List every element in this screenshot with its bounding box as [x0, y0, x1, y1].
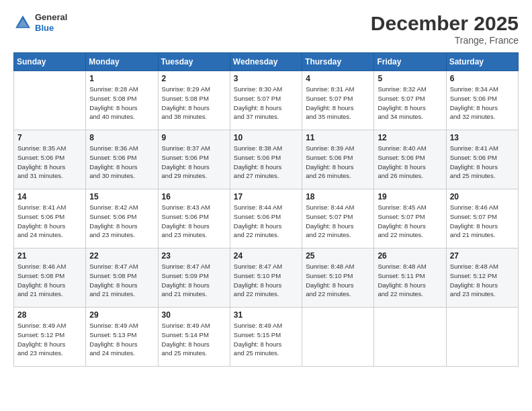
- day-cell: 27Sunrise: 8:48 AM Sunset: 5:12 PM Dayli…: [446, 248, 518, 308]
- day-cell: 14Sunrise: 8:41 AM Sunset: 5:06 PM Dayli…: [14, 189, 86, 248]
- day-number: 25: [306, 251, 370, 261]
- day-cell: 4Sunrise: 8:31 AM Sunset: 5:07 PM Daylig…: [302, 71, 374, 130]
- day-number: 14: [17, 192, 82, 201]
- day-info: Sunrise: 8:31 AM Sunset: 5:07 PM Dayligh…: [306, 85, 370, 122]
- day-number: 24: [234, 251, 298, 261]
- day-info: Sunrise: 8:49 AM Sunset: 5:12 PM Dayligh…: [17, 321, 82, 358]
- day-number: 17: [234, 192, 298, 201]
- week-row-5: 28Sunrise: 8:49 AM Sunset: 5:12 PM Dayli…: [14, 308, 519, 367]
- col-header-thursday: Thursday: [302, 53, 374, 71]
- day-cell: [302, 308, 374, 367]
- day-info: Sunrise: 8:42 AM Sunset: 5:06 PM Dayligh…: [89, 203, 154, 240]
- day-info: Sunrise: 8:43 AM Sunset: 5:06 PM Dayligh…: [162, 203, 226, 240]
- subtitle: Trange, France: [371, 35, 519, 46]
- day-info: Sunrise: 8:40 AM Sunset: 5:06 PM Dayligh…: [378, 144, 442, 181]
- day-info: Sunrise: 8:41 AM Sunset: 5:06 PM Dayligh…: [450, 144, 515, 181]
- day-info: Sunrise: 8:30 AM Sunset: 5:07 PM Dayligh…: [234, 85, 298, 122]
- day-cell: 5Sunrise: 8:32 AM Sunset: 5:07 PM Daylig…: [374, 71, 446, 130]
- title-block: December 2025 Trange, France: [371, 12, 519, 46]
- col-header-saturday: Saturday: [446, 53, 518, 71]
- day-info: Sunrise: 8:48 AM Sunset: 5:10 PM Dayligh…: [306, 262, 370, 299]
- day-cell: 3Sunrise: 8:30 AM Sunset: 5:07 PM Daylig…: [230, 71, 302, 130]
- logo-icon: [13, 13, 32, 32]
- day-number: 6: [450, 74, 515, 83]
- day-cell: 26Sunrise: 8:48 AM Sunset: 5:11 PM Dayli…: [374, 248, 446, 308]
- day-number: 12: [378, 133, 442, 142]
- day-info: Sunrise: 8:44 AM Sunset: 5:06 PM Dayligh…: [234, 203, 298, 240]
- day-info: Sunrise: 8:29 AM Sunset: 5:08 PM Dayligh…: [162, 85, 226, 122]
- col-header-monday: Monday: [86, 53, 158, 71]
- day-info: Sunrise: 8:48 AM Sunset: 5:11 PM Dayligh…: [378, 262, 442, 299]
- day-number: 10: [234, 133, 298, 142]
- day-cell: 1Sunrise: 8:28 AM Sunset: 5:08 PM Daylig…: [86, 71, 158, 130]
- logo: General Blue: [13, 12, 67, 33]
- day-number: 18: [306, 192, 370, 201]
- day-info: Sunrise: 8:46 AM Sunset: 5:07 PM Dayligh…: [450, 203, 515, 240]
- day-cell: 6Sunrise: 8:34 AM Sunset: 5:06 PM Daylig…: [446, 71, 518, 130]
- day-cell: 16Sunrise: 8:43 AM Sunset: 5:06 PM Dayli…: [158, 189, 230, 248]
- day-info: Sunrise: 8:34 AM Sunset: 5:06 PM Dayligh…: [450, 85, 515, 122]
- day-info: Sunrise: 8:36 AM Sunset: 5:06 PM Dayligh…: [89, 144, 154, 181]
- day-cell: 31Sunrise: 8:49 AM Sunset: 5:15 PM Dayli…: [230, 308, 302, 367]
- day-info: Sunrise: 8:49 AM Sunset: 5:13 PM Dayligh…: [89, 321, 154, 358]
- week-row-4: 21Sunrise: 8:46 AM Sunset: 5:08 PM Dayli…: [14, 248, 519, 308]
- day-cell: [374, 308, 446, 367]
- day-info: Sunrise: 8:45 AM Sunset: 5:07 PM Dayligh…: [378, 203, 442, 240]
- week-row-2: 7Sunrise: 8:35 AM Sunset: 5:06 PM Daylig…: [14, 130, 519, 189]
- day-info: Sunrise: 8:47 AM Sunset: 5:08 PM Dayligh…: [89, 262, 154, 299]
- day-cell: [14, 71, 86, 130]
- day-cell: 15Sunrise: 8:42 AM Sunset: 5:06 PM Dayli…: [86, 189, 158, 248]
- day-number: 19: [378, 192, 442, 201]
- day-number: 21: [17, 251, 82, 261]
- logo-text: General Blue: [35, 12, 67, 33]
- day-info: Sunrise: 8:47 AM Sunset: 5:10 PM Dayligh…: [234, 262, 298, 299]
- day-info: Sunrise: 8:38 AM Sunset: 5:06 PM Dayligh…: [234, 144, 298, 181]
- day-info: Sunrise: 8:39 AM Sunset: 5:06 PM Dayligh…: [306, 144, 370, 181]
- logo-line1: General: [35, 12, 67, 23]
- day-info: Sunrise: 8:37 AM Sunset: 5:06 PM Dayligh…: [162, 144, 226, 181]
- col-header-tuesday: Tuesday: [158, 53, 230, 71]
- day-cell: 8Sunrise: 8:36 AM Sunset: 5:06 PM Daylig…: [86, 130, 158, 189]
- day-number: 15: [89, 192, 154, 201]
- day-cell: 25Sunrise: 8:48 AM Sunset: 5:10 PM Dayli…: [302, 248, 374, 308]
- day-cell: 30Sunrise: 8:49 AM Sunset: 5:14 PM Dayli…: [158, 308, 230, 367]
- day-number: 4: [306, 74, 370, 83]
- day-cell: 12Sunrise: 8:40 AM Sunset: 5:06 PM Dayli…: [374, 130, 446, 189]
- day-number: 16: [162, 192, 226, 201]
- day-number: 11: [306, 133, 370, 142]
- day-number: 23: [162, 251, 226, 261]
- day-info: Sunrise: 8:46 AM Sunset: 5:08 PM Dayligh…: [17, 262, 82, 299]
- day-info: Sunrise: 8:41 AM Sunset: 5:06 PM Dayligh…: [17, 203, 82, 240]
- main-title: December 2025: [371, 12, 519, 35]
- day-number: 30: [162, 310, 226, 320]
- day-number: 9: [162, 133, 226, 142]
- day-number: 28: [17, 310, 82, 320]
- col-header-wednesday: Wednesday: [230, 53, 302, 71]
- day-cell: 13Sunrise: 8:41 AM Sunset: 5:06 PM Dayli…: [446, 130, 518, 189]
- week-row-1: 1Sunrise: 8:28 AM Sunset: 5:08 PM Daylig…: [14, 71, 519, 130]
- day-info: Sunrise: 8:47 AM Sunset: 5:09 PM Dayligh…: [162, 262, 226, 299]
- day-number: 1: [89, 74, 154, 83]
- day-cell: [446, 308, 518, 367]
- day-cell: 9Sunrise: 8:37 AM Sunset: 5:06 PM Daylig…: [158, 130, 230, 189]
- day-info: Sunrise: 8:44 AM Sunset: 5:07 PM Dayligh…: [306, 203, 370, 240]
- col-header-friday: Friday: [374, 53, 446, 71]
- day-cell: 11Sunrise: 8:39 AM Sunset: 5:06 PM Dayli…: [302, 130, 374, 189]
- day-cell: 19Sunrise: 8:45 AM Sunset: 5:07 PM Dayli…: [374, 189, 446, 248]
- day-info: Sunrise: 8:35 AM Sunset: 5:06 PM Dayligh…: [17, 144, 82, 181]
- week-row-3: 14Sunrise: 8:41 AM Sunset: 5:06 PM Dayli…: [14, 189, 519, 248]
- day-info: Sunrise: 8:32 AM Sunset: 5:07 PM Dayligh…: [378, 85, 442, 122]
- header: General Blue December 2025 Trange, Franc…: [13, 12, 519, 46]
- day-number: 3: [234, 74, 298, 83]
- day-cell: 28Sunrise: 8:49 AM Sunset: 5:12 PM Dayli…: [14, 308, 86, 367]
- day-number: 13: [450, 133, 515, 142]
- day-cell: 10Sunrise: 8:38 AM Sunset: 5:06 PM Dayli…: [230, 130, 302, 189]
- page: General Blue December 2025 Trange, Franc…: [0, 0, 532, 411]
- day-cell: 22Sunrise: 8:47 AM Sunset: 5:08 PM Dayli…: [86, 248, 158, 308]
- day-number: 5: [378, 74, 442, 83]
- day-number: 27: [450, 251, 515, 261]
- logo-line2: Blue: [35, 23, 67, 34]
- day-cell: 7Sunrise: 8:35 AM Sunset: 5:06 PM Daylig…: [14, 130, 86, 189]
- day-info: Sunrise: 8:28 AM Sunset: 5:08 PM Dayligh…: [89, 85, 154, 122]
- day-number: 20: [450, 192, 515, 201]
